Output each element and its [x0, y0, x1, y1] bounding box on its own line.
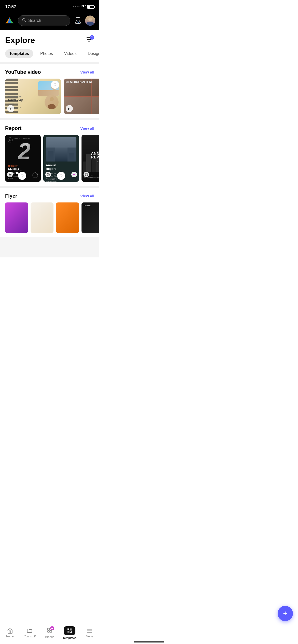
flyer-section-title: Flyer [5, 193, 17, 199]
explore-header: Explore 2 [0, 30, 99, 45]
play-button-1: ▶ [7, 105, 14, 112]
flyer-card-dark[interactable]: Thursd... [82, 202, 99, 233]
report-card-3[interactable]: WWW.TIMSON-CONSTRUCTION-SITE.CO.UK [82, 135, 99, 182]
play-button-2: ▶ [66, 105, 73, 112]
category-tabs: Templates Photos Videos Design [0, 45, 99, 62]
svg-point-4 [78, 22, 79, 23]
flyer-card-purple[interactable] [5, 202, 28, 233]
report-crown-2 [71, 172, 77, 177]
app-header: Search [0, 13, 99, 30]
svg-point-3 [77, 22, 78, 22]
report-card-1[interactable]: TECH SOLUTIONS INC. 2 20XX-20XX ANNUALRE… [5, 135, 41, 182]
signal-icon [73, 6, 79, 7]
search-icon [22, 18, 26, 23]
tab-templates[interactable]: Templates [5, 49, 33, 58]
report-section: Report View all TECH SOLUTIONS INC. 2 20… [0, 120, 99, 186]
flyer-card-cream[interactable] [31, 202, 53, 233]
divider-2 [0, 118, 99, 120]
report-card-2-icons: ♡ [43, 172, 79, 180]
status-time: 17:57 [5, 4, 16, 9]
main-content: Explore 2 Templates Photos Videos Design… [0, 30, 99, 257]
report-number: 2 [18, 140, 31, 163]
travel-vlog-card[interactable]: Anna Channel Travel Vlog specialsummer r… [5, 79, 61, 114]
avatar[interactable] [85, 16, 95, 26]
divider-3 [0, 186, 99, 188]
report-view-all[interactable]: View all [80, 126, 94, 130]
youtube-cards-row: Anna Channel Travel Vlog specialsummer r… [0, 79, 99, 114]
flyer-view-all[interactable]: View all [80, 194, 94, 198]
wifi-icon [81, 5, 86, 9]
svg-rect-9 [47, 173, 49, 176]
svg-rect-11 [85, 173, 88, 176]
filter-button[interactable]: 2 [84, 35, 94, 45]
report-icon-3 [84, 172, 89, 177]
youtube-section-header: YouTube video View all [0, 69, 99, 79]
report-cards-row: TECH SOLUTIONS INC. 2 20XX-20XX ANNUALRE… [0, 135, 99, 182]
flyer-section-header: Flyer View all [0, 193, 99, 202]
youtube-section: YouTube video View all Anna Channel Trav… [0, 64, 99, 118]
favorite-report-1[interactable]: ♡ [18, 172, 26, 180]
svg-line-1 [25, 21, 26, 22]
search-bar[interactable]: Search [18, 15, 70, 26]
flyer-section: Flyer View all Thursd... [0, 188, 99, 237]
channel-name: Anna Channel [8, 96, 23, 98]
tab-photos[interactable]: Photos [36, 49, 57, 58]
report-section-title: Report [5, 125, 21, 131]
status-bar: 17:57 [0, 0, 99, 13]
kane-card[interactable]: My husband Kane is 40! ♡ ▶ [64, 79, 99, 114]
flyer-dark-text: Thursd... [82, 202, 99, 209]
filter-badge: 2 [90, 35, 94, 40]
flyer-card-orange[interactable] [56, 202, 79, 233]
flask-icon[interactable] [73, 16, 83, 25]
report-section-header: Report View all [0, 125, 99, 135]
divider [0, 62, 99, 64]
explore-title: Explore [5, 36, 35, 45]
building-image [46, 137, 76, 162]
ar3-title-area: ANNUALREPORT 20XX [84, 152, 99, 163]
report-card-3-icons: ♡ [82, 172, 99, 180]
battery-icon [87, 5, 94, 9]
youtube-view-all[interactable]: View all [80, 70, 94, 74]
favorite-report-2[interactable]: ♡ [57, 172, 65, 180]
report-card-2[interactable]: AnnualReport Prepared by: Jonathan Wilso… [43, 135, 79, 182]
svg-point-12 [86, 174, 87, 175]
header-actions [73, 16, 95, 26]
status-icons [73, 5, 94, 9]
search-placeholder: Search [28, 18, 41, 23]
favorite-button-1[interactable]: ♡ [51, 81, 59, 89]
tab-videos[interactable]: Videos [60, 49, 81, 58]
report-icon-2 [45, 172, 51, 177]
report-logo-1 [8, 137, 13, 142]
svg-point-10 [48, 174, 49, 175]
card-image-person [45, 95, 59, 109]
kane-title: My husband Kane is 40! [66, 81, 99, 83]
ar2-title: AnnualReport [46, 164, 76, 171]
spacer [0, 237, 99, 252]
flyer-cards-row: Thursd... [0, 202, 99, 233]
tab-design[interactable]: Design [84, 49, 99, 58]
app-logo[interactable] [4, 15, 15, 26]
youtube-section-title: YouTube video [5, 69, 41, 75]
